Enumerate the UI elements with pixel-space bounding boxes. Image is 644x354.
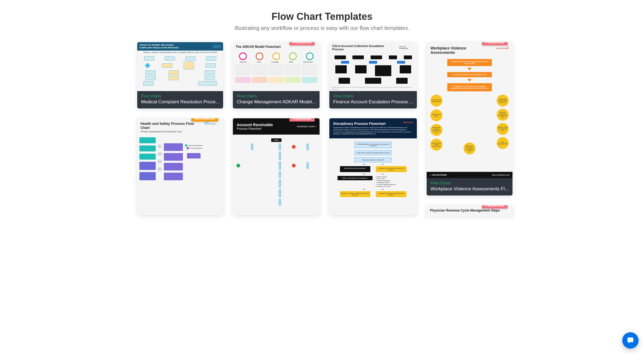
page-title: Flow Chart Templates [137, 11, 507, 22]
template-grid: OFFICE OF PATIENT RELATIONS COMPLAINT RE… [137, 42, 507, 219]
risk-node: Transporting People and/or Goods (TG) [497, 95, 509, 107]
step-box: Complete the Risk Factor Selection Tool [447, 72, 492, 77]
risk-node: Handling Cash (HC) [430, 109, 442, 121]
footer-brand: HR SOLUTIONS [432, 174, 447, 176]
template-card-violence[interactable]: PREMIUM Workplace Violence Assessments ●… [427, 42, 512, 195]
card-title: Workplace Violence Assessments Fl... [430, 186, 509, 192]
client-box: Client [271, 138, 282, 142]
thumb-title: Account Receivable [237, 123, 273, 127]
no-label: No [382, 173, 384, 175]
template-card-medical[interactable]: OFFICE OF PATIENT RELATIONS COMPLAINT RE… [137, 42, 223, 108]
template-card-disciplinary[interactable]: Disciplinary Process Flowchart JDPFUNDS … [329, 118, 417, 215]
thumbnail: Health and Safety Process Flow Chart Thr… [137, 118, 223, 215]
yes-label: Yes [362, 163, 365, 165]
thumb-title: Disciplinary Process Flowchart [333, 122, 386, 126]
arrow-down-icon [467, 68, 472, 70]
thumbnail: Workplace Violence Assessments ●●HR SOLU… [427, 42, 512, 178]
page-subtitle: Illustrating any workflow or process is … [137, 25, 507, 31]
thumb-brand: RIVERSIDE COUNTY [297, 126, 316, 128]
yes-label: Yes [362, 173, 365, 175]
card-category: Flow Charts [333, 94, 413, 98]
adkar-label: Ability [289, 61, 293, 63]
thumb-subtitle: Threat Assessment and Decision Tool [137, 130, 204, 135]
premium-badge: PREMIUM [482, 42, 508, 45]
card-title: Medical Complaint Resolution Proce... [141, 99, 219, 105]
legend-item: Hold-Level Decision [188, 145, 202, 146]
thumbnail: Client Account Collection Escalation Pro… [329, 42, 417, 91]
card-caption: Flow Charts Medical Complaint Resolution… [137, 91, 223, 108]
thumbnail: Disciplinary Process Flowchart JDPFUNDS … [329, 118, 417, 215]
arrow-down-icon [467, 79, 472, 82]
adkar-label: Awareness [240, 61, 247, 63]
thumb-title: Client Account Collection Escalation Pro… [329, 42, 396, 53]
logo-placeholder [213, 45, 221, 48]
thumb-brand: JDPFUNDS [403, 122, 413, 123]
risk-node: Securing/ Protecting Valuable Goods (SV) [497, 109, 509, 121]
adkar-label: Desire [257, 61, 261, 63]
thumb-subtitle: Process Flowchart [237, 127, 273, 130]
card-caption: Flow Charts Change Management ADKAR Mode… [233, 91, 320, 108]
card-title: Finance Account Escalation Process ... [333, 99, 413, 105]
heading-block: Flow Chart Templates Illustrating any wo… [137, 11, 507, 31]
thumb-brand: CITY OF OAKRIDGE [396, 44, 417, 51]
footer-url: www.hrsolutions.com [492, 174, 510, 176]
thumb-desc: Organizations follow a disciplinary proc… [333, 127, 413, 135]
thumb-brand: HR SOLUTIONS [496, 48, 508, 49]
no-label: No [382, 188, 384, 190]
legend-item: IC-Level Decision [190, 147, 202, 149]
thumb-subhead: Patient or Patient's Representative has … [137, 51, 223, 54]
card-category: Flow Charts [141, 94, 219, 98]
risk-node: Working in a Community-based Setting (CB… [464, 142, 476, 154]
template-card-physician[interactable]: PREMIUM Physician Revenue Cycle Manageme… [427, 205, 512, 219]
template-card-finance[interactable]: Client Account Collection Escalation Pro… [329, 42, 417, 108]
premium-badge: PREMIUM [482, 205, 508, 209]
template-card-adkar[interactable]: PREMIUM The ADKAR Model Flowchart Awaren… [233, 42, 320, 108]
risk-node: Working with Unstable or Volatile Client… [430, 124, 442, 136]
thumbnail: The ADKAR Model Flowchart Awareness Desi… [233, 42, 320, 91]
card-caption: Flow Charts Workplace Violence Assessmen… [427, 178, 512, 195]
card-category: Flow Charts [237, 94, 316, 98]
card-title: Change Management ADKAR Model... [237, 99, 316, 105]
adkar-label: Knowledge [271, 61, 279, 63]
premium-badge: PREMIUM [289, 118, 315, 122]
risk-node: Mobile Workplace (MW) [497, 137, 509, 149]
step-box: If a specific risk exists in your workpl… [447, 83, 492, 91]
card-category: Flow Charts [430, 181, 509, 185]
risk-node: Working in High-Crime Areas (CA) [497, 123, 509, 135]
yes-label: Yes [362, 188, 365, 190]
card-caption: Flow Charts Finance Account Escalation P… [329, 91, 417, 108]
premium-badge: PREMIUM [289, 42, 315, 45]
template-card-health[interactable]: BUSINESS Health and Safety Process Flow … [137, 118, 223, 215]
adkar-label: Reinforcement [303, 61, 313, 63]
thumb-header-text: OFFICE OF PATIENT RELATIONS COMPLAINT RE… [139, 44, 179, 49]
thumbnail: Account Receivable Process Flowchart RIV… [233, 118, 320, 215]
business-badge: BUSINESS [191, 118, 218, 122]
thumb-title: Workplace Violence Assessments [427, 42, 478, 57]
thumbnail: OFFICE OF PATIENT RELATIONS COMPLAINT RE… [137, 42, 223, 91]
template-card-ar[interactable]: PREMIUM Account Receivable Process Flowc… [233, 118, 320, 215]
risk-node: Direct Contact with Clients (CC) [430, 95, 442, 107]
no-label: No [382, 163, 384, 165]
risk-node: Working Alone or in Small Numbers (SN) [430, 139, 442, 151]
step-box: Complete the General Physical Environmen… [447, 59, 492, 66]
